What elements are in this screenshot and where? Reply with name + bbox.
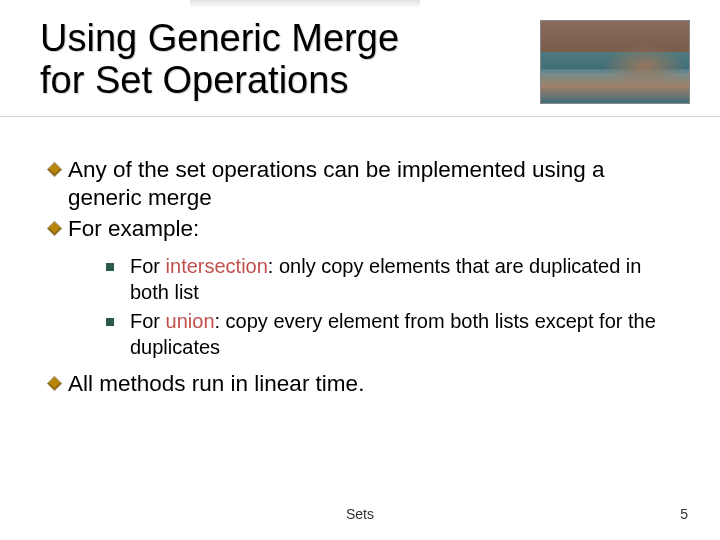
accent-word: union: [166, 310, 215, 332]
title-line-2: for Set Operations: [40, 59, 348, 101]
sub-bullet-item: For union: copy every element from both …: [106, 309, 680, 360]
footer-label: Sets: [0, 506, 720, 522]
bullet-text: Any of the set operations can be impleme…: [68, 156, 680, 214]
diamond-bullet-icon: [48, 377, 62, 391]
sub-prefix: For: [130, 310, 166, 332]
bullet-item: For example:: [48, 215, 680, 244]
bullet-item: Any of the set operations can be impleme…: [48, 156, 680, 214]
sub-bullet-text: For union: copy every element from both …: [130, 309, 680, 360]
diamond-bullet-icon: [48, 222, 62, 236]
square-bullet-icon: [106, 263, 114, 271]
content-area: Any of the set operations can be impleme…: [40, 156, 680, 400]
diamond-bullet-icon: [48, 163, 62, 177]
accent-word: intersection: [166, 255, 268, 277]
bullet-text: For example:: [68, 215, 199, 244]
sub-bullet-text: For intersection: only copy elements tha…: [130, 254, 680, 305]
page-number: 5: [680, 506, 688, 522]
bullet-item: All methods run in linear time.: [48, 370, 680, 399]
canyon-illustration: [540, 20, 690, 104]
bullet-text: All methods run in linear time.: [68, 370, 364, 399]
title-line-1: Using Generic Merge: [40, 17, 399, 59]
sub-bullet-item: For intersection: only copy elements tha…: [106, 254, 680, 305]
slide: Using Generic Merge for Set Operations A…: [0, 0, 720, 540]
title-underline: [0, 116, 720, 117]
sub-prefix: For: [130, 255, 166, 277]
sub-bullet-list: For intersection: only copy elements tha…: [48, 254, 680, 360]
decorative-shadow: [190, 0, 420, 8]
square-bullet-icon: [106, 318, 114, 326]
